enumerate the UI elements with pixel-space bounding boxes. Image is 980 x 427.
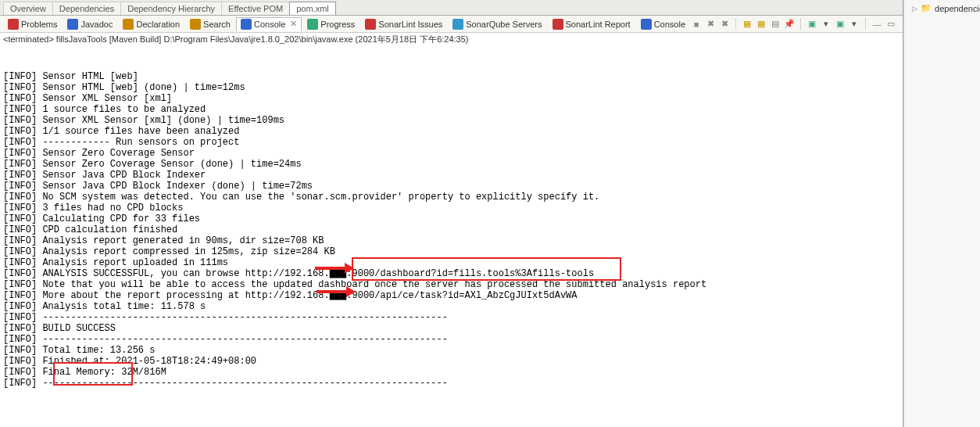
slissues-icon [365, 19, 376, 30]
tab-dependency-hierarchy[interactable]: Dependency Hierarchy [120, 2, 222, 15]
scroll-lock-icon[interactable]: ▦ [742, 19, 753, 30]
view-label: Console [254, 20, 285, 29]
editor-tabs: OverviewDependenciesDependency Hierarchy… [0, 0, 903, 16]
minimize-icon[interactable]: — [871, 19, 882, 30]
console-line: [INFO] Finished at: 2021-05-18T18:24:49+… [3, 356, 900, 367]
tab-pom-xml[interactable]: pom.xml [289, 2, 336, 15]
console-line: [INFO] BUILD SUCCESS [3, 323, 900, 334]
console-line: [INFO] 3 files had no CPD blocks [3, 203, 900, 214]
view-label: Problems [21, 20, 57, 29]
console-toolbar: ■ ✖ ✖ ▦ ▦ ▤ 📌 ▣ ▾ ▣ ▾ — ▭ [691, 19, 900, 30]
problems-icon [8, 19, 19, 30]
console-line: [INFO] Total time: 13.256 s [3, 345, 900, 356]
console-line: [INFO] Sensor XML Sensor [xml] (done) | … [3, 115, 900, 126]
close-view-icon[interactable]: ✕ [290, 19, 297, 29]
console-line: [INFO] Sensor Java CPD Block Indexer [3, 170, 900, 181]
view-label: Javadoc [80, 20, 113, 29]
view-sqservers[interactable]: SonarQube Servers [448, 17, 546, 31]
view-console2[interactable]: Console [636, 17, 690, 31]
view-slissues[interactable]: SonarLint Issues [360, 17, 447, 31]
view-label: Declaration [136, 20, 180, 29]
view-label: SonarLint Report [566, 20, 631, 29]
console-line: [INFO] Sensor Zero Coverage Sensor (done… [3, 159, 900, 170]
progress-icon [307, 19, 318, 30]
view-console[interactable]: Console✕ [236, 17, 302, 31]
word-wrap-icon[interactable]: ▦ [756, 19, 767, 30]
remove-launch-icon[interactable]: ✖ [719, 19, 730, 30]
view-problems[interactable]: Problems [3, 17, 62, 31]
view-slreport[interactable]: SonarLint Report [548, 17, 635, 31]
tab-overview[interactable]: Overview [3, 2, 53, 15]
console-output[interactable]: [INFO] ... [INFO] Sensor HTML [web][INFO… [0, 46, 903, 427]
view-label: Search [203, 20, 231, 29]
console2-icon [641, 19, 652, 30]
search-icon [190, 19, 201, 30]
chevron-right-icon: ▷ [912, 5, 917, 13]
view-label: Console [654, 20, 685, 29]
console-line: [INFO] 1/1 source files have been analyz… [3, 126, 900, 137]
view-label: SonarLint Issues [378, 20, 442, 29]
declaration-icon [123, 19, 134, 30]
remove-all-icon[interactable]: ■ [691, 19, 702, 30]
console-line: [INFO] More about the report processing … [3, 290, 900, 301]
console-icon [241, 19, 252, 30]
view-label: Progress [320, 20, 355, 29]
console-line: [INFO] Sensor XML Sensor [xml] [3, 93, 900, 104]
close-icon[interactable]: ✖ [705, 19, 716, 30]
console-line: [INFO] Analysis report compressed in 125… [3, 246, 900, 257]
console-line: [INFO] ---------------------------------… [3, 334, 900, 345]
console-line: [INFO] ---------------------------------… [3, 312, 900, 323]
view-search[interactable]: Search [185, 17, 235, 31]
console-line: [INFO] ANALYSIS SUCCESSFUL, you can brow… [3, 268, 900, 279]
console-line: [INFO] Calculating CPD for 33 files [3, 214, 900, 224]
dropdown-icon[interactable]: ▾ [849, 19, 860, 30]
display-selected-icon[interactable]: ▣ [807, 19, 817, 30]
console-line: [INFO] Analysis report generated in 90ms… [3, 235, 900, 246]
folder-icon: 📁 [921, 3, 932, 13]
side-item-label: dependencies [935, 4, 980, 13]
view-label: SonarQube Servers [466, 20, 542, 29]
console-line: [INFO] ---------------------------------… [3, 378, 900, 389]
console-line: [INFO] Sensor HTML [web] (done) | time=1… [3, 82, 900, 93]
console-line: [INFO] Sensor Java CPD Block Indexer (do… [3, 181, 900, 192]
console-line: [INFO] Sensor HTML [web] [3, 71, 900, 82]
console-line: [INFO] Analysis report uploaded in 111ms [3, 257, 900, 268]
maximize-icon[interactable]: ▭ [885, 19, 896, 30]
tab-effective-pom[interactable]: Effective POM [221, 2, 290, 15]
console-status: <terminated> fillsJavaTools [Maven Build… [0, 33, 903, 46]
pin-icon[interactable]: 📌 [784, 19, 795, 30]
javadoc-icon [67, 19, 78, 30]
console-line: [INFO] ------------ Run sensors on proje… [3, 137, 900, 148]
console-line: [INFO] Final Memory: 32M/816M [3, 367, 900, 378]
side-panel: ▷ 📁 dependencies [903, 0, 980, 427]
clear-icon[interactable]: ▤ [770, 19, 781, 30]
console-line: [INFO] CPD calculation finished [3, 224, 900, 235]
views-bar: ProblemsJavadocDeclarationSearchConsole✕… [0, 16, 903, 33]
console-line: [INFO] No SCM system was detected. You c… [3, 192, 900, 203]
console-line: [INFO] Note that you will be able to acc… [3, 279, 900, 290]
slreport-icon [553, 19, 563, 30]
view-progress[interactable]: Progress [302, 17, 359, 31]
console-line: [INFO] Analysis total time: 11.578 s [3, 301, 900, 312]
console-line: [INFO] Sensor Zero Coverage Sensor [3, 148, 900, 159]
view-declaration[interactable]: Declaration [118, 17, 184, 31]
sqservers-icon [452, 19, 463, 30]
dropdown-icon[interactable]: ▾ [821, 19, 832, 30]
side-item-dependencies[interactable]: ▷ 📁 dependencies [906, 2, 980, 15]
console-line: [INFO] 1 source files to be analyzed [3, 104, 900, 115]
tab-dependencies[interactable]: Dependencies [52, 2, 121, 15]
open-console-icon[interactable]: ▣ [835, 19, 846, 30]
view-javadoc[interactable]: Javadoc [63, 17, 117, 31]
